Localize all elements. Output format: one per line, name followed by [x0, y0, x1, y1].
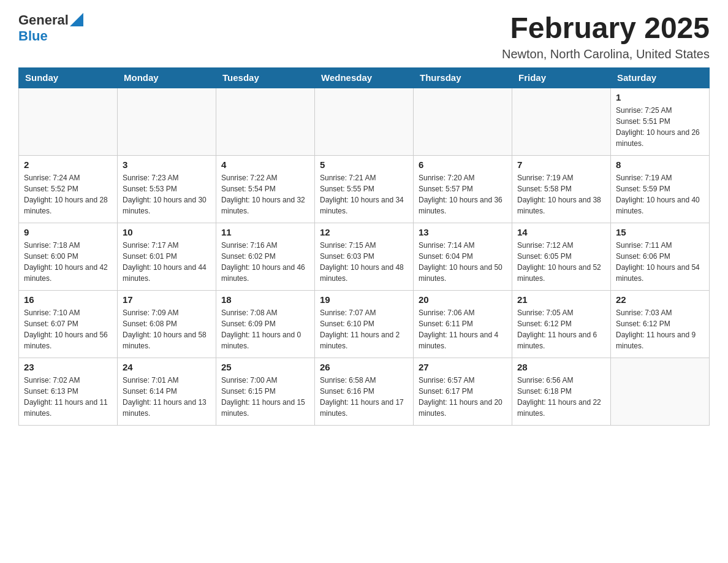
month-title: February 2025: [502, 12, 710, 45]
calendar-cell: 22Sunrise: 7:03 AM Sunset: 6:12 PM Dayli…: [611, 290, 710, 358]
day-info: Sunrise: 7:10 AM Sunset: 6:07 PM Dayligh…: [24, 307, 112, 351]
calendar-cell: 9Sunrise: 7:18 AM Sunset: 6:00 PM Daylig…: [19, 223, 118, 290]
calendar-week-row: 23Sunrise: 7:02 AM Sunset: 6:13 PM Dayli…: [19, 358, 710, 425]
calendar-week-row: 1Sunrise: 7:25 AM Sunset: 5:51 PM Daylig…: [19, 88, 710, 155]
day-info: Sunrise: 7:15 AM Sunset: 6:03 PM Dayligh…: [320, 240, 408, 284]
day-info: Sunrise: 6:57 AM Sunset: 6:17 PM Dayligh…: [419, 375, 507, 419]
day-info: Sunrise: 7:12 AM Sunset: 6:05 PM Dayligh…: [517, 240, 605, 284]
day-number: 19: [320, 294, 408, 305]
day-info: Sunrise: 6:58 AM Sunset: 6:16 PM Dayligh…: [320, 375, 408, 419]
calendar-cell: 2Sunrise: 7:24 AM Sunset: 5:52 PM Daylig…: [19, 155, 118, 223]
calendar-cell: [512, 88, 611, 155]
calendar-cell: 7Sunrise: 7:19 AM Sunset: 5:58 PM Daylig…: [512, 155, 611, 223]
calendar-cell: [19, 88, 118, 155]
day-number: 1: [616, 92, 704, 102]
logo-triangle-icon: [70, 13, 83, 26]
day-number: 16: [24, 294, 112, 305]
logo: General Blue: [18, 12, 83, 44]
calendar-cell: 21Sunrise: 7:05 AM Sunset: 6:12 PM Dayli…: [512, 290, 611, 358]
calendar-cell: 19Sunrise: 7:07 AM Sunset: 6:10 PM Dayli…: [315, 290, 414, 358]
calendar-cell: 11Sunrise: 7:16 AM Sunset: 6:02 PM Dayli…: [216, 223, 315, 290]
calendar-cell: 12Sunrise: 7:15 AM Sunset: 6:03 PM Dayli…: [315, 223, 414, 290]
day-number: 3: [123, 159, 211, 170]
day-number: 27: [419, 362, 507, 372]
day-number: 11: [221, 227, 309, 237]
day-info: Sunrise: 7:07 AM Sunset: 6:10 PM Dayligh…: [320, 307, 408, 351]
day-info: Sunrise: 7:14 AM Sunset: 6:04 PM Dayligh…: [419, 240, 507, 284]
day-number: 5: [320, 159, 408, 170]
day-info: Sunrise: 7:03 AM Sunset: 6:12 PM Dayligh…: [616, 307, 704, 351]
calendar-cell: 14Sunrise: 7:12 AM Sunset: 6:05 PM Dayli…: [512, 223, 611, 290]
day-info: Sunrise: 7:25 AM Sunset: 5:51 PM Dayligh…: [616, 105, 704, 149]
calendar-cell: 24Sunrise: 7:01 AM Sunset: 6:14 PM Dayli…: [118, 358, 216, 425]
day-number: 9: [24, 227, 112, 237]
day-number: 18: [221, 294, 309, 305]
day-number: 2: [24, 159, 112, 170]
day-info: Sunrise: 7:23 AM Sunset: 5:53 PM Dayligh…: [123, 172, 211, 216]
day-info: Sunrise: 7:20 AM Sunset: 5:57 PM Dayligh…: [419, 172, 507, 216]
day-number: 17: [123, 294, 211, 305]
day-number: 26: [320, 362, 408, 372]
weekday-header-friday: Friday: [512, 67, 611, 88]
weekday-header-monday: Monday: [118, 67, 216, 88]
day-info: Sunrise: 6:56 AM Sunset: 6:18 PM Dayligh…: [517, 375, 605, 419]
calendar-cell: 16Sunrise: 7:10 AM Sunset: 6:07 PM Dayli…: [19, 290, 118, 358]
day-number: 23: [24, 362, 112, 372]
weekday-header-row: SundayMondayTuesdayWednesdayThursdayFrid…: [19, 67, 710, 88]
location-title: Newton, North Carolina, United States: [502, 47, 710, 61]
page-header: General Blue February 2025 Newton, North…: [18, 12, 710, 61]
calendar-cell: [216, 88, 315, 155]
calendar-week-row: 2Sunrise: 7:24 AM Sunset: 5:52 PM Daylig…: [19, 155, 710, 223]
day-number: 25: [221, 362, 309, 372]
day-info: Sunrise: 7:22 AM Sunset: 5:54 PM Dayligh…: [221, 172, 309, 216]
day-number: 15: [616, 227, 704, 237]
day-number: 4: [221, 159, 309, 170]
day-info: Sunrise: 7:19 AM Sunset: 5:59 PM Dayligh…: [616, 172, 704, 216]
calendar-cell: [315, 88, 414, 155]
calendar-cell: 25Sunrise: 7:00 AM Sunset: 6:15 PM Dayli…: [216, 358, 315, 425]
day-info: Sunrise: 7:11 AM Sunset: 6:06 PM Dayligh…: [616, 240, 704, 284]
calendar-cell: 8Sunrise: 7:19 AM Sunset: 5:59 PM Daylig…: [611, 155, 710, 223]
day-info: Sunrise: 7:08 AM Sunset: 6:09 PM Dayligh…: [221, 307, 309, 351]
calendar-cell: 6Sunrise: 7:20 AM Sunset: 5:57 PM Daylig…: [414, 155, 512, 223]
day-info: Sunrise: 7:00 AM Sunset: 6:15 PM Dayligh…: [221, 375, 309, 419]
svg-marker-0: [70, 13, 83, 26]
day-number: 10: [123, 227, 211, 237]
day-info: Sunrise: 7:01 AM Sunset: 6:14 PM Dayligh…: [123, 375, 211, 419]
day-info: Sunrise: 7:16 AM Sunset: 6:02 PM Dayligh…: [221, 240, 309, 284]
calendar-cell: 4Sunrise: 7:22 AM Sunset: 5:54 PM Daylig…: [216, 155, 315, 223]
weekday-header-thursday: Thursday: [414, 67, 512, 88]
calendar-cell: 3Sunrise: 7:23 AM Sunset: 5:53 PM Daylig…: [118, 155, 216, 223]
calendar-week-row: 9Sunrise: 7:18 AM Sunset: 6:00 PM Daylig…: [19, 223, 710, 290]
day-number: 24: [123, 362, 211, 372]
calendar-week-row: 16Sunrise: 7:10 AM Sunset: 6:07 PM Dayli…: [19, 290, 710, 358]
calendar-cell: 26Sunrise: 6:58 AM Sunset: 6:16 PM Dayli…: [315, 358, 414, 425]
day-info: Sunrise: 7:19 AM Sunset: 5:58 PM Dayligh…: [517, 172, 605, 216]
day-number: 28: [517, 362, 605, 372]
calendar-table: SundayMondayTuesdayWednesdayThursdayFrid…: [18, 67, 710, 426]
day-info: Sunrise: 7:24 AM Sunset: 5:52 PM Dayligh…: [24, 172, 112, 216]
calendar-cell: [611, 358, 710, 425]
calendar-cell: 10Sunrise: 7:17 AM Sunset: 6:01 PM Dayli…: [118, 223, 216, 290]
day-number: 13: [419, 227, 507, 237]
calendar-cell: 27Sunrise: 6:57 AM Sunset: 6:17 PM Dayli…: [414, 358, 512, 425]
day-number: 8: [616, 159, 704, 170]
weekday-header-sunday: Sunday: [19, 67, 118, 88]
day-number: 6: [419, 159, 507, 170]
weekday-header-saturday: Saturday: [611, 67, 710, 88]
calendar-cell: [118, 88, 216, 155]
weekday-header-tuesday: Tuesday: [216, 67, 315, 88]
calendar-cell: 18Sunrise: 7:08 AM Sunset: 6:09 PM Dayli…: [216, 290, 315, 358]
calendar-cell: 15Sunrise: 7:11 AM Sunset: 6:06 PM Dayli…: [611, 223, 710, 290]
day-info: Sunrise: 7:18 AM Sunset: 6:00 PM Dayligh…: [24, 240, 112, 284]
day-info: Sunrise: 7:17 AM Sunset: 6:01 PM Dayligh…: [123, 240, 211, 284]
logo-general-text: General: [18, 12, 69, 28]
calendar-cell: 1Sunrise: 7:25 AM Sunset: 5:51 PM Daylig…: [611, 88, 710, 155]
day-number: 21: [517, 294, 605, 305]
day-info: Sunrise: 7:09 AM Sunset: 6:08 PM Dayligh…: [123, 307, 211, 351]
calendar-cell: 23Sunrise: 7:02 AM Sunset: 6:13 PM Dayli…: [19, 358, 118, 425]
calendar-cell: 28Sunrise: 6:56 AM Sunset: 6:18 PM Dayli…: [512, 358, 611, 425]
day-number: 7: [517, 159, 605, 170]
calendar-cell: [414, 88, 512, 155]
day-info: Sunrise: 7:06 AM Sunset: 6:11 PM Dayligh…: [419, 307, 507, 351]
